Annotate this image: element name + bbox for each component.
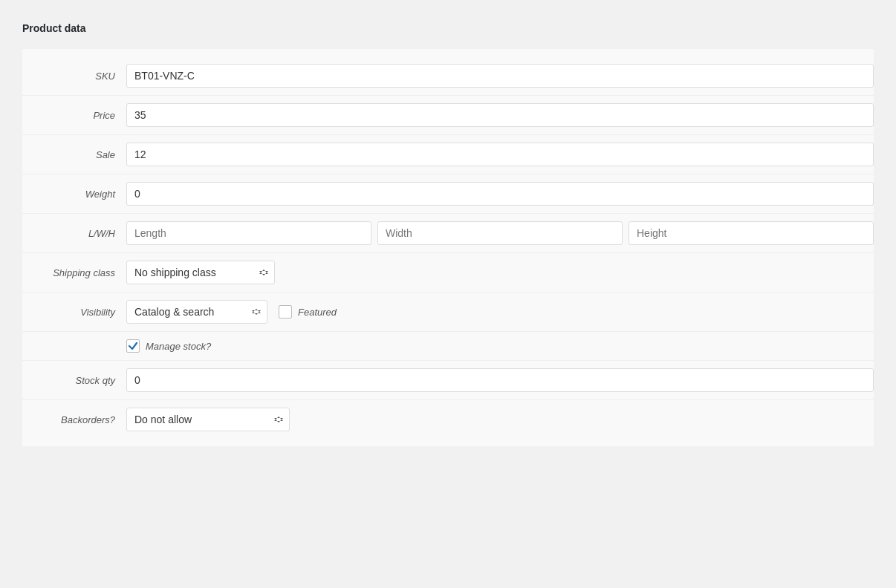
visibility-row: Visibility Catalog & search Catalog Sear… [22,293,874,332]
sku-label: SKU [22,71,126,82]
product-data-form: SKU Price Sale Weight L/W/H Shi [22,49,874,446]
sale-label: Sale [22,149,126,160]
weight-label: Weight [22,189,126,200]
stock-qty-label: Stock qty [22,375,126,386]
sale-input[interactable] [126,143,874,166]
length-input[interactable] [126,221,371,245]
width-input[interactable] [377,221,623,245]
lwh-fields [126,221,874,245]
backorders-row: Backorders? Do not allow Allow, but noti… [22,400,874,439]
stock-qty-row: Stock qty [22,361,874,400]
stock-qty-input[interactable] [126,368,874,392]
price-field-container [126,103,874,127]
shipping-class-label: Shipping class [22,267,126,278]
visibility-controls: Catalog & search Catalog Search Hidden F… [126,300,874,324]
weight-row: Weight [22,174,874,214]
weight-input[interactable] [126,182,874,206]
lwh-label: L/W/H [22,228,126,239]
backorders-select[interactable]: Do not allow Allow, but notify customer … [126,408,290,431]
shipping-class-field: No shipping class Standard Express Overn… [126,261,275,284]
manage-stock-checkbox-wrapper[interactable] [126,339,140,353]
backorders-label: Backorders? [22,414,126,425]
manage-stock-text: Manage stock? [146,341,211,352]
manage-stock-label[interactable]: Manage stock? [126,339,211,353]
checkmark-icon [128,341,138,351]
featured-checkbox[interactable] [279,305,292,318]
sku-field-container [126,64,874,88]
price-label: Price [22,110,126,121]
shipping-class-select[interactable]: No shipping class Standard Express Overn… [126,261,275,284]
stock-qty-field-container [126,368,874,392]
sale-row: Sale [22,135,874,174]
section-title: Product data [22,22,874,34]
sku-input[interactable] [126,64,874,88]
featured-text: Featured [298,307,337,318]
price-input[interactable] [126,103,874,127]
weight-field-container [126,182,874,206]
sku-row: SKU [22,56,874,96]
visibility-label: Visibility [22,307,126,318]
featured-label[interactable]: Featured [279,305,337,318]
manage-stock-row: Manage stock? [22,332,874,361]
sale-field-container [126,143,874,166]
backorders-field: Do not allow Allow, but notify customer … [126,408,290,431]
lwh-row: L/W/H [22,214,874,253]
price-row: Price [22,96,874,135]
visibility-select[interactable]: Catalog & search Catalog Search Hidden [126,300,267,324]
height-input[interactable] [629,221,874,245]
shipping-class-row: Shipping class No shipping class Standar… [22,253,874,293]
